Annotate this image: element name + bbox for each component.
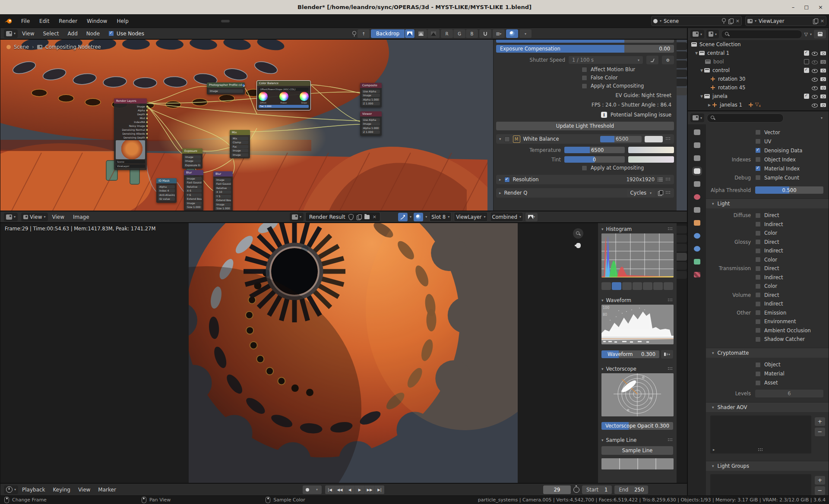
close-button[interactable]: ×: [818, 4, 823, 10]
open-image-icon[interactable]: [364, 215, 370, 219]
pass-checkbox[interactable]: [755, 166, 761, 171]
apply-at-compositing-row[interactable]: Apply at Compositing: [582, 83, 674, 89]
light-groups-section-header[interactable]: ▾Light Groups: [706, 461, 829, 471]
new-image-icon[interactable]: [357, 214, 361, 220]
light-row[interactable]: Color: [706, 229, 829, 238]
temperature-gradient[interactable]: [628, 147, 674, 153]
sample-line-panel-header[interactable]: ▾Sample Line: [601, 436, 673, 444]
light-checkbox[interactable]: [755, 221, 761, 227]
histogram-mode-button[interactable]: [601, 282, 611, 290]
color-wheel[interactable]: [279, 92, 288, 101]
workspace-tab[interactable]: [193, 20, 201, 22]
node-header[interactable]: Render Layers: [114, 98, 147, 104]
editor-type-outliner[interactable]: ▾: [690, 30, 704, 38]
shading-sphere-icon[interactable]: [414, 213, 423, 221]
backdrop-color-mode-icon[interactable]: [405, 29, 414, 38]
end-frame-field[interactable]: End250: [614, 485, 648, 494]
workspace-tab[interactable]: [155, 20, 163, 22]
film-icon[interactable]: [658, 190, 663, 195]
pass-checkbox[interactable]: [755, 129, 761, 135]
light-checkbox[interactable]: [755, 266, 761, 271]
shutter-curve-icon[interactable]: [646, 56, 658, 64]
backdrop-toggle[interactable]: Backdrop: [371, 29, 405, 38]
disclosure-icon[interactable]: ▶: [707, 103, 712, 107]
sidebar-tab[interactable]: [677, 69, 687, 77]
menubar-menu[interactable]: Edit: [35, 18, 54, 24]
channel-button[interactable]: G: [453, 29, 465, 38]
new-collection-button[interactable]: [814, 30, 826, 38]
histogram-mode-button[interactable]: [643, 282, 652, 290]
light-checkbox[interactable]: [755, 310, 761, 315]
color-wheel[interactable]: [300, 92, 309, 101]
exclude-checkbox[interactable]: [804, 68, 809, 73]
workspace-tab[interactable]: [231, 20, 239, 22]
node-header[interactable]: Composite: [360, 83, 382, 88]
outliner-row-control[interactable]: ▼ control: [688, 66, 829, 75]
cryptomatte-checkbox[interactable]: [755, 380, 761, 386]
workspace-tab[interactable]: [174, 20, 182, 22]
transport-button[interactable]: ▶▶: [365, 485, 374, 494]
overlay-dropdown[interactable]: ▾: [519, 29, 532, 38]
new-scene-icon[interactable]: [728, 19, 733, 24]
workspace-tab[interactable]: [183, 20, 192, 22]
go-parent-node-tree-button[interactable]: ↑: [358, 29, 370, 38]
sidebar-tab[interactable]: [677, 60, 687, 68]
drag-grip-icon[interactable]: [666, 191, 671, 195]
image-name-field[interactable]: Render Result ×: [305, 212, 380, 222]
sidebar-tab[interactable]: [677, 226, 687, 233]
remove-aov-button[interactable]: −: [815, 428, 825, 436]
node-render-layers[interactable]: Render LayersImageAlphaDepthMistIndexMAN…: [114, 98, 147, 170]
image-editor-menu[interactable]: View: [48, 214, 69, 220]
cryptomatte-row[interactable]: Asset: [706, 378, 829, 387]
sidebar-tab[interactable]: [677, 253, 687, 261]
render-visibility-icon[interactable]: [820, 77, 826, 81]
sidebar-tab[interactable]: [677, 79, 687, 86]
render-q-panel-header[interactable]: ▸ Render Q Cycles▾: [496, 188, 674, 198]
drag-grip-icon[interactable]: [666, 177, 671, 182]
pass-row[interactable]: Denoising Data: [706, 146, 829, 155]
pass-row[interactable]: Vector: [706, 128, 829, 137]
light-checkbox[interactable]: [755, 292, 761, 298]
compositor-menu[interactable]: Node: [82, 31, 104, 37]
drag-grip-icon[interactable]: [666, 137, 671, 141]
workspace-tab[interactable]: [202, 20, 211, 22]
tab-view-layer-icon[interactable]: [694, 168, 700, 174]
transport-button[interactable]: ◀: [345, 485, 354, 494]
cryptomatte-row[interactable]: Object: [706, 360, 829, 369]
white-balance-panel-header[interactable]: ▾ M White Balance 6500: [496, 134, 674, 144]
outliner-row-bool[interactable]: bool: [688, 57, 829, 66]
light-checkbox[interactable]: [755, 301, 761, 307]
light-checkbox[interactable]: [755, 213, 761, 218]
hide-icon[interactable]: [812, 102, 818, 107]
scene-selector[interactable]: ▾ Scene ×: [651, 16, 742, 26]
sidebar-tab[interactable]: [677, 235, 687, 243]
node-exposure[interactable]: ExposureImageImageExposure 0.000: [182, 148, 203, 169]
tab-object-icon[interactable]: [694, 220, 700, 226]
light-checkbox[interactable]: [755, 337, 761, 342]
vectorscope-opacity-slider[interactable]: Vectorscope Opacit 0.300: [601, 422, 673, 430]
timeline-menu[interactable]: Playback: [18, 487, 49, 493]
tab-texture-icon[interactable]: [694, 272, 700, 277]
light-groups-list[interactable]: [710, 474, 811, 496]
unlink-scene-icon[interactable]: ×: [736, 18, 740, 24]
light-row[interactable]: Indirect: [706, 299, 829, 309]
view-transform-icon[interactable]: [398, 213, 408, 221]
light-checkbox[interactable]: [755, 248, 761, 254]
editor-type-image[interactable]: ▾: [4, 213, 18, 221]
channels-display-icon[interactable]: ▾: [525, 213, 538, 221]
menubar-menu[interactable]: Render: [54, 18, 82, 24]
auto-key-button[interactable]: [303, 485, 312, 494]
snap-magnet-icon[interactable]: [479, 29, 491, 38]
properties-search-input[interactable]: [707, 113, 784, 123]
timeline-menu[interactable]: View: [74, 487, 94, 493]
use-nodes-checkbox[interactable]: [108, 31, 114, 36]
node-id-mask[interactable]: ID MaskAlphaIndex 4Anti-AliasingID value: [156, 178, 177, 203]
pass-select[interactable]: Combined▾: [490, 212, 523, 222]
start-frame-field[interactable]: Start1: [582, 485, 612, 494]
wb-apply-compositing-row[interactable]: Apply at Compositing: [582, 165, 674, 171]
light-row[interactable]: Ambient Occlusion: [706, 326, 829, 335]
node-mix[interactable]: MixMixClampFacImageImage: [230, 130, 250, 158]
render-engine-select[interactable]: Cycles▾: [627, 189, 655, 197]
snap-mode-dropdown[interactable]: ⊞ ▾: [493, 29, 505, 38]
viewlayer-name[interactable]: ViewLayer: [759, 18, 784, 24]
